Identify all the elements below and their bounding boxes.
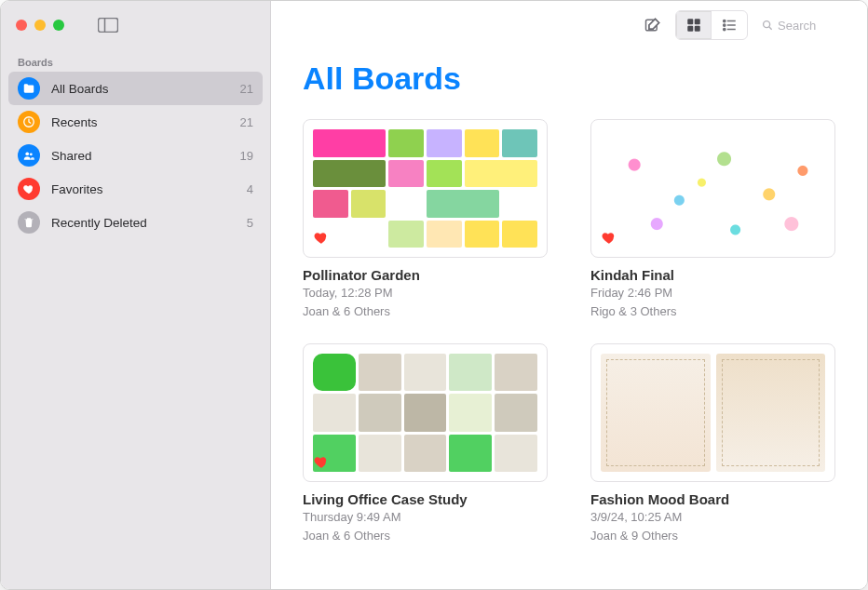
compose-icon [644, 16, 662, 34]
sidebar-toggle-button[interactable] [98, 18, 118, 33]
thumbnail-art [313, 354, 537, 472]
board-title: Living Office Case Study [303, 491, 548, 507]
sidebar-item-count: 21 [240, 115, 253, 129]
heart-icon [313, 453, 330, 470]
board-card[interactable]: Kindah Final Friday 2:46 PM Rigo & 3 Oth… [590, 119, 835, 319]
svg-rect-8 [687, 26, 693, 32]
board-title: Kindah Final [590, 267, 835, 283]
new-board-button[interactable] [636, 11, 670, 39]
people-icon [18, 144, 40, 167]
sidebar-item-label: Recently Deleted [51, 216, 236, 230]
board-thumbnail [590, 343, 835, 482]
board-thumbnail [590, 119, 835, 258]
board-timestamp: Thursday 9:49 AM [303, 509, 548, 526]
sidebar-item-recently-deleted[interactable]: Recently Deleted 5 [8, 206, 263, 239]
sidebar-item-label: Recents [51, 115, 229, 129]
board-thumbnail [303, 119, 548, 258]
svg-point-12 [724, 24, 726, 26]
svg-rect-0 [99, 19, 118, 33]
titlebar [1, 1, 270, 49]
board-sharing: Joan & 9 Others [590, 528, 835, 544]
board-sharing: Joan & 6 Others [303, 303, 548, 320]
maximize-icon[interactable] [53, 20, 64, 31]
svg-line-17 [769, 27, 772, 30]
page-title: All Boards [303, 60, 835, 97]
thumbnail-art [601, 354, 825, 472]
svg-point-16 [764, 21, 770, 28]
list-view-button[interactable] [712, 11, 747, 39]
sidebar-item-count: 19 [240, 149, 253, 163]
heart-icon [18, 178, 40, 200]
heart-icon [601, 229, 617, 246]
sidebar-item-label: Favorites [51, 182, 236, 196]
sidebar-list: All Boards 21 Recents 21 Shared 19 [1, 72, 270, 239]
board-timestamp: 3/9/24, 10:25 AM [590, 509, 835, 526]
sidebar-item-count: 21 [240, 82, 253, 96]
svg-point-14 [724, 28, 726, 30]
svg-point-3 [25, 152, 29, 155]
sidebar-item-all-boards[interactable]: All Boards 21 [8, 72, 263, 105]
sidebar: Boards All Boards 21 Recents 21 S [1, 1, 271, 589]
svg-rect-6 [687, 19, 693, 24]
favorite-badge [313, 229, 330, 249]
sidebar-item-label: Shared [51, 149, 229, 163]
thumbnail-art [313, 129, 537, 248]
board-sharing: Rigo & 3 Others [590, 303, 835, 320]
board-timestamp: Friday 2:46 PM [590, 285, 835, 302]
board-timestamp: Today, 12:28 PM [303, 285, 548, 302]
sidebar-item-recents[interactable]: Recents 21 [8, 105, 263, 139]
search-icon [761, 19, 774, 32]
content-area: All Boards Pol [271, 49, 867, 589]
board-card[interactable]: Pollinator Garden Today, 12:28 PM Joan &… [303, 119, 548, 319]
clock-icon [18, 111, 40, 133]
grid-view-button[interactable] [676, 11, 712, 39]
trash-icon [18, 211, 40, 234]
board-card[interactable]: Fashion Mood Board 3/9/24, 10:25 AM Joan… [590, 343, 835, 543]
svg-rect-7 [695, 19, 700, 24]
svg-rect-9 [695, 26, 700, 32]
toolbar [271, 1, 867, 49]
board-sharing: Joan & 6 Others [303, 528, 548, 544]
board-title: Pollinator Garden [303, 267, 548, 283]
board-thumbnail [303, 343, 548, 482]
sidebar-item-count: 4 [247, 182, 253, 196]
svg-point-4 [30, 153, 33, 155]
view-toggle [675, 10, 748, 40]
folder-icon [18, 77, 40, 100]
sidebar-icon [98, 18, 118, 33]
board-title: Fashion Mood Board [590, 491, 835, 507]
sidebar-item-shared[interactable]: Shared 19 [8, 139, 263, 172]
main-pane: All Boards Pol [271, 1, 867, 589]
favorite-badge [601, 229, 617, 249]
close-icon[interactable] [16, 20, 27, 31]
search-field[interactable] [761, 19, 854, 33]
search-input[interactable] [778, 19, 834, 33]
heart-icon [313, 229, 330, 246]
sidebar-item-count: 5 [247, 216, 253, 230]
thumbnail-art [601, 129, 825, 248]
list-icon [721, 17, 738, 34]
grid-icon [685, 17, 702, 34]
sidebar-section-header: Boards [1, 49, 270, 72]
minimize-icon[interactable] [34, 20, 46, 31]
sidebar-item-label: All Boards [51, 82, 229, 96]
sidebar-item-favorites[interactable]: Favorites 4 [8, 172, 263, 206]
boards-grid: Pollinator Garden Today, 12:28 PM Joan &… [303, 119, 835, 543]
window-controls [16, 20, 64, 31]
app-window: Boards All Boards 21 Recents 21 S [0, 0, 868, 590]
board-card[interactable]: Living Office Case Study Thursday 9:49 A… [303, 343, 548, 543]
favorite-badge [313, 453, 330, 474]
svg-point-10 [724, 20, 726, 21]
